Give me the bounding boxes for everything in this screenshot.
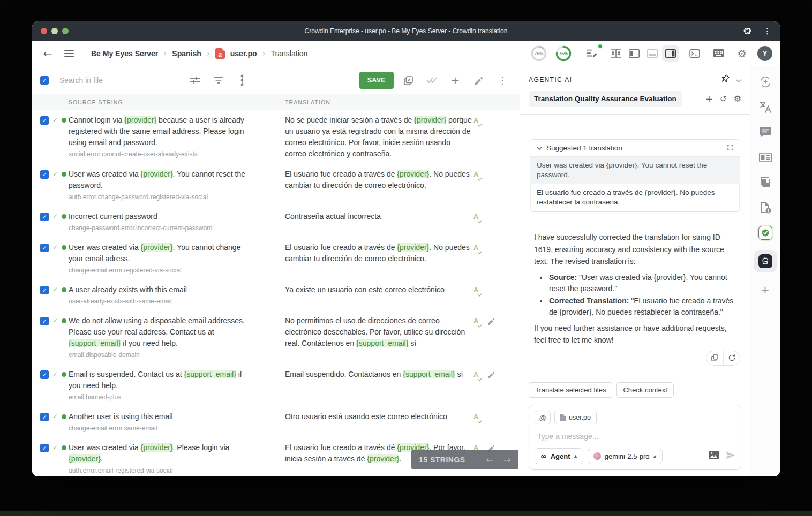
row-checkbox[interactable]: ✓: [40, 286, 49, 294]
collapse-panel-icon[interactable]: [736, 75, 741, 85]
translation-text[interactable]: Email suspendido. Contáctanos en {suppor…: [285, 369, 473, 380]
source-string[interactable]: A user already exists with this email: [69, 284, 253, 295]
suggested-translation-text[interactable]: El usuario fue creado a través de {provi…: [530, 184, 740, 211]
translation-text[interactable]: Otro usuario está usando este correo ele…: [285, 411, 473, 422]
spellcheck-icon[interactable]: A: [473, 286, 478, 294]
extensions-icon[interactable]: [743, 27, 751, 35]
translate-selected-files-button[interactable]: Translate selected files: [529, 382, 612, 398]
settings-gear-icon[interactable]: ⚙: [734, 45, 750, 62]
table-row[interactable]: ✓ ✓ Cannot login via {provider} because …: [32, 110, 520, 164]
translation-text[interactable]: No se puede iniciar sesión a través de {…: [285, 115, 473, 160]
more-options-icon[interactable]: ⋮: [493, 72, 512, 89]
translation-text[interactable]: El usuario fue creado a través de {provi…: [285, 242, 473, 264]
new-chat-icon[interactable]: +: [705, 94, 713, 104]
layout-right-panel-icon[interactable]: [662, 45, 679, 62]
row-checkbox[interactable]: ✓: [40, 244, 49, 252]
table-row[interactable]: ✓ ✓ User was created via {provider}. You…: [32, 164, 520, 206]
edit-string-icon[interactable]: [470, 72, 488, 89]
source-string[interactable]: User was created via {provider}. You can…: [69, 169, 253, 191]
edit-translation-icon[interactable]: [488, 317, 495, 327]
glossary-icon[interactable]: [757, 174, 773, 191]
tab-quality-assurance[interactable]: Translation Quality Assurance Evaluation: [529, 91, 682, 107]
source-string[interactable]: Email is suspended. Contact us at {suppo…: [69, 369, 253, 391]
source-string[interactable]: Another user is using this email: [69, 411, 253, 422]
string-order-icon[interactable]: [233, 72, 251, 89]
zoom-window-button[interactable]: [62, 28, 69, 34]
message-input[interactable]: Type a message...: [536, 431, 734, 441]
copy-source-icon[interactable]: [399, 72, 417, 89]
row-checkbox[interactable]: ✓: [40, 370, 49, 379]
edit-translation-icon[interactable]: [488, 371, 495, 381]
qa-checker-app-icon[interactable]: [757, 225, 773, 241]
table-row[interactable]: ✓ ✓ User was created via {provider}. You…: [32, 237, 520, 279]
layout-bottom-panel-icon[interactable]: [644, 45, 661, 62]
send-message-icon[interactable]: [725, 451, 735, 462]
spellcheck-icon[interactable]: A: [473, 413, 478, 421]
file-info-icon[interactable]: [757, 200, 773, 216]
translated-progress-ring[interactable]: 75%: [530, 45, 547, 62]
avatar[interactable]: Y: [757, 46, 772, 61]
mention-button[interactable]: @: [535, 411, 551, 424]
keyboard-shortcuts-icon[interactable]: [710, 45, 726, 62]
spellcheck-icon[interactable]: A: [473, 171, 478, 178]
row-checkbox[interactable]: ✓: [40, 116, 49, 125]
editor-mode-icon[interactable]: [584, 45, 600, 62]
attach-image-icon[interactable]: [709, 451, 719, 461]
comments-icon[interactable]: [757, 124, 773, 140]
add-app-icon[interactable]: +: [757, 282, 773, 298]
row-checkbox[interactable]: ✓: [40, 317, 49, 325]
table-row[interactable]: ✓ ✓ Incorrect current password change-pa…: [32, 206, 520, 237]
breadcrumb-section[interactable]: Translation: [271, 49, 308, 58]
breadcrumb-language[interactable]: Spanish: [172, 49, 201, 58]
main-menu-icon[interactable]: [61, 45, 77, 62]
back-icon[interactable]: ←: [40, 45, 56, 62]
translation-text[interactable]: No permitimos el uso de direcciones de c…: [285, 315, 473, 349]
spellcheck-icon[interactable]: A: [473, 117, 478, 124]
breadcrumb-project[interactable]: Be My Eyes Server: [91, 49, 158, 58]
row-checkbox[interactable]: ✓: [40, 213, 49, 221]
spellcheck-icon[interactable]: A: [473, 371, 478, 378]
ai-settings-gear-icon[interactable]: ⚙: [734, 94, 741, 104]
browser-menu-icon[interactable]: ⋮: [763, 26, 771, 36]
table-row[interactable]: ✓ ✓ Another user is using this email cha…: [32, 406, 520, 437]
copy-message-icon[interactable]: [706, 351, 723, 365]
row-checkbox[interactable]: ✓: [40, 413, 49, 421]
translation-text[interactable]: Ya existe un usuario con este correo ele…: [285, 284, 473, 295]
source-string[interactable]: User was created via {provider}. You can…: [69, 242, 253, 264]
close-window-button[interactable]: [41, 28, 47, 34]
row-checkbox[interactable]: ✓: [40, 170, 49, 179]
translation-text[interactable]: El usuario fue creado a través de {provi…: [285, 169, 473, 191]
machine-translation-icon[interactable]: [757, 99, 773, 115]
approved-progress-ring[interactable]: 75%: [555, 45, 572, 62]
check-context-button[interactable]: Check context: [616, 382, 673, 398]
approve-all-icon[interactable]: [423, 72, 441, 89]
agent-mode-dropdown[interactable]: ∞ Agent ▲: [535, 448, 583, 464]
advanced-filter-icon[interactable]: [186, 72, 204, 89]
search-input[interactable]: [59, 76, 151, 85]
model-dropdown[interactable]: gemini-2.5-pro ▲: [588, 449, 663, 464]
ai-assist-icon[interactable]: [757, 74, 773, 90]
pin-panel-icon[interactable]: [721, 74, 730, 85]
history-icon[interactable]: ↺: [720, 94, 727, 104]
translation-text[interactable]: Contraseña actual incorrecta: [285, 211, 473, 222]
context-card-icon[interactable]: [757, 149, 773, 165]
layout-side-by-side-icon[interactable]: [607, 45, 625, 62]
table-row[interactable]: ✓ ✓ Email is suspended. Contact us at {s…: [32, 364, 520, 406]
agentic-ai-app-icon[interactable]: [754, 250, 777, 272]
regenerate-icon[interactable]: [723, 351, 740, 365]
row-checkbox[interactable]: ✓: [40, 444, 49, 452]
source-string[interactable]: User was created via {provider}. Please …: [69, 442, 253, 465]
next-page-icon[interactable]: →: [503, 454, 511, 465]
spellcheck-icon[interactable]: A: [473, 213, 478, 221]
chevron-down-icon[interactable]: [537, 147, 542, 150]
expand-icon[interactable]: [727, 144, 733, 152]
spellcheck-icon[interactable]: A: [473, 317, 478, 325]
select-all-checkbox[interactable]: ✓: [40, 76, 49, 85]
layout-left-panel-icon[interactable]: [626, 45, 643, 62]
table-row[interactable]: ✓ ✓ A user already exists with this emai…: [32, 279, 520, 310]
source-string[interactable]: Cannot login via {provider} because a us…: [69, 115, 253, 148]
context-file-chip[interactable]: user.po: [554, 411, 597, 424]
spellcheck-icon[interactable]: A: [473, 244, 478, 252]
minimize-window-button[interactable]: [51, 28, 58, 34]
prev-page-icon[interactable]: ←: [486, 454, 494, 465]
